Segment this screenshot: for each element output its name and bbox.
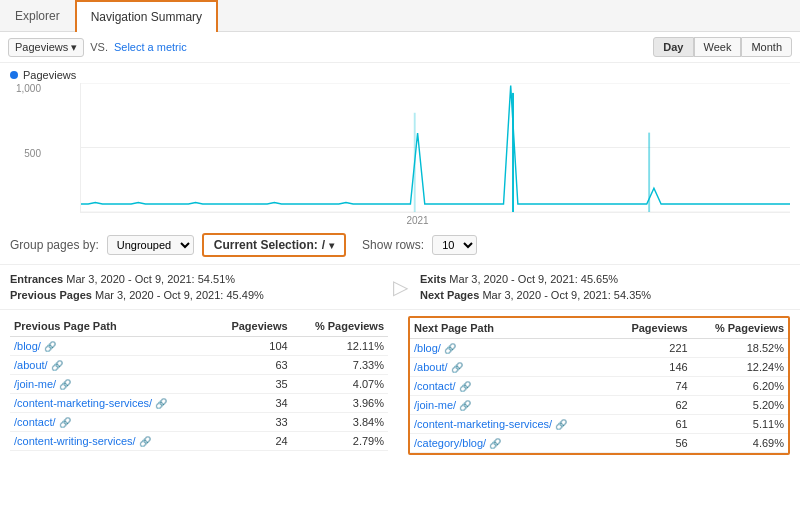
group-select[interactable]: Ungrouped xyxy=(107,235,194,255)
next-pageviews-cell: 61 xyxy=(611,415,691,434)
page-path-link[interactable]: /about/ xyxy=(414,361,448,373)
chart-area: Pageviews 1,000 500 2021 xyxy=(0,63,800,226)
table-row: /about/ 🔗 63 7.33% xyxy=(10,356,388,375)
external-link-icon[interactable]: 🔗 xyxy=(59,417,71,428)
prev-path-cell: /content-writing-services/ 🔗 xyxy=(10,432,211,451)
prev-pageviews-cell: 104 xyxy=(211,337,291,356)
legend-label: Pageviews xyxy=(23,69,76,81)
svg-rect-5 xyxy=(648,133,650,212)
next-pages-date: Mar 3, 2020 - Oct 9, 2021: xyxy=(482,289,610,301)
month-button[interactable]: Month xyxy=(741,37,792,57)
prev-pageviews-cell: 63 xyxy=(211,356,291,375)
prev-percent-cell: 3.84% xyxy=(292,413,388,432)
page-path-link[interactable]: /content-writing-services/ xyxy=(14,435,136,447)
metric-dropdown[interactable]: Pageviews ▾ xyxy=(8,38,84,57)
entrances-label: Entrances xyxy=(10,273,63,285)
next-pageviews-cell: 62 xyxy=(611,396,691,415)
page-path-link[interactable]: /about/ xyxy=(14,359,48,371)
table-row: /content-writing-services/ 🔗 24 2.79% xyxy=(10,432,388,451)
prev-percent-cell: 7.33% xyxy=(292,356,388,375)
next-percent-cell: 12.24% xyxy=(692,358,788,377)
current-selection-label: Current Selection: xyxy=(214,238,318,252)
group-label: Group pages by: xyxy=(10,238,99,252)
chart-legend: Pageviews xyxy=(10,69,790,81)
previous-page-table-container: Previous Page Path Pageviews % Pageviews… xyxy=(10,316,388,455)
week-button[interactable]: Week xyxy=(694,37,742,57)
prev-pageviews-cell: 35 xyxy=(211,375,291,394)
exits-label: Exits xyxy=(420,273,446,285)
external-link-icon[interactable]: 🔗 xyxy=(59,379,71,390)
y-axis: 1,000 500 xyxy=(10,83,45,213)
controls-row: Group pages by: Ungrouped Current Select… xyxy=(0,226,800,265)
next-path-cell: /join-me/ 🔗 xyxy=(410,396,611,415)
next-pages-stat: Next Pages Mar 3, 2020 - Oct 9, 2021: 54… xyxy=(420,287,790,303)
external-link-icon[interactable]: 🔗 xyxy=(459,400,471,411)
next-path-cell: /blog/ 🔗 xyxy=(410,339,611,358)
prev-pageviews-header: Pageviews xyxy=(211,316,291,337)
prev-percent-header: % Pageviews xyxy=(292,316,388,337)
previous-page-table: Previous Page Path Pageviews % Pageviews… xyxy=(10,316,388,451)
page-path-link[interactable]: /blog/ xyxy=(14,340,41,352)
previous-pages-value: 45.49% xyxy=(226,289,263,301)
entrances-date: Mar 3, 2020 - Oct 9, 2021: xyxy=(66,273,194,285)
next-pages-label: Next Pages xyxy=(420,289,479,301)
chevron-down-icon: ▾ xyxy=(329,240,334,251)
prev-pageviews-cell: 33 xyxy=(211,413,291,432)
next-path-cell: /contact/ 🔗 xyxy=(410,377,611,396)
page-path-link[interactable]: /category/blog/ xyxy=(414,437,486,449)
rows-select[interactable]: 10 25 50 xyxy=(432,235,477,255)
exits-value: 45.65% xyxy=(581,273,618,285)
external-link-icon[interactable]: 🔗 xyxy=(444,343,456,354)
table-row: /contact/ 🔗 74 6.20% xyxy=(410,377,788,396)
table-row: /contact/ 🔗 33 3.84% xyxy=(10,413,388,432)
next-pages-value: 54.35% xyxy=(614,289,651,301)
tables-section: Previous Page Path Pageviews % Pageviews… xyxy=(0,316,800,455)
toolbar-left: Pageviews ▾ VS. Select a metric xyxy=(8,38,647,57)
external-link-icon[interactable]: 🔗 xyxy=(139,436,151,447)
external-link-icon[interactable]: 🔗 xyxy=(155,398,167,409)
page-path-link[interactable]: /content-marketing-services/ xyxy=(14,397,152,409)
next-pageviews-cell: 146 xyxy=(611,358,691,377)
x-axis-label: 2021 xyxy=(406,215,428,226)
next-page-table: Next Page Path Pageviews % Pageviews /bl… xyxy=(410,318,788,453)
y-label-500: 500 xyxy=(24,148,41,159)
external-link-icon[interactable]: 🔗 xyxy=(489,438,501,449)
external-link-icon[interactable]: 🔗 xyxy=(51,360,63,371)
day-button[interactable]: Day xyxy=(653,37,693,57)
page-path-link[interactable]: /contact/ xyxy=(414,380,456,392)
external-link-icon[interactable]: 🔗 xyxy=(451,362,463,373)
next-page-table-container: Next Page Path Pageviews % Pageviews /bl… xyxy=(408,316,790,455)
chevron-down-icon: ▾ xyxy=(71,41,77,54)
prev-pageviews-cell: 34 xyxy=(211,394,291,413)
stats-row: Entrances Mar 3, 2020 - Oct 9, 2021: 54.… xyxy=(0,265,800,310)
table-row: /blog/ 🔗 104 12.11% xyxy=(10,337,388,356)
page-path-link[interactable]: /join-me/ xyxy=(414,399,456,411)
tab-navigation-summary[interactable]: Navigation Summary xyxy=(75,0,218,32)
legend-dot xyxy=(10,71,18,79)
stats-right: Exits Mar 3, 2020 - Oct 9, 2021: 45.65% … xyxy=(420,271,790,303)
external-link-icon[interactable]: 🔗 xyxy=(459,381,471,392)
page-path-link[interactable]: /join-me/ xyxy=(14,378,56,390)
external-link-icon[interactable]: 🔗 xyxy=(555,419,567,430)
page-path-link[interactable]: /contact/ xyxy=(14,416,56,428)
prev-path-cell: /contact/ 🔗 xyxy=(10,413,211,432)
external-link-icon[interactable]: 🔗 xyxy=(44,341,56,352)
stats-left: Entrances Mar 3, 2020 - Oct 9, 2021: 54.… xyxy=(10,271,380,303)
page-path-link[interactable]: /blog/ xyxy=(414,342,441,354)
next-pageviews-cell: 56 xyxy=(611,434,691,453)
select-metric-link[interactable]: Select a metric xyxy=(114,41,187,53)
next-pageviews-header: Pageviews xyxy=(611,318,691,339)
next-percent-cell: 5.11% xyxy=(692,415,788,434)
next-percent-cell: 18.52% xyxy=(692,339,788,358)
vs-label: VS. xyxy=(90,41,108,53)
table-row: /content-marketing-services/ 🔗 34 3.96% xyxy=(10,394,388,413)
entrances-value: 54.51% xyxy=(198,273,235,285)
tab-bar: Explorer Navigation Summary xyxy=(0,0,800,32)
prev-pageviews-cell: 24 xyxy=(211,432,291,451)
tab-explorer[interactable]: Explorer xyxy=(0,0,75,32)
current-selection-value: / xyxy=(322,238,325,252)
metric-label: Pageviews xyxy=(15,41,68,53)
chart-svg xyxy=(81,83,790,212)
exits-date: Mar 3, 2020 - Oct 9, 2021: xyxy=(449,273,577,285)
page-path-link[interactable]: /content-marketing-services/ xyxy=(414,418,552,430)
